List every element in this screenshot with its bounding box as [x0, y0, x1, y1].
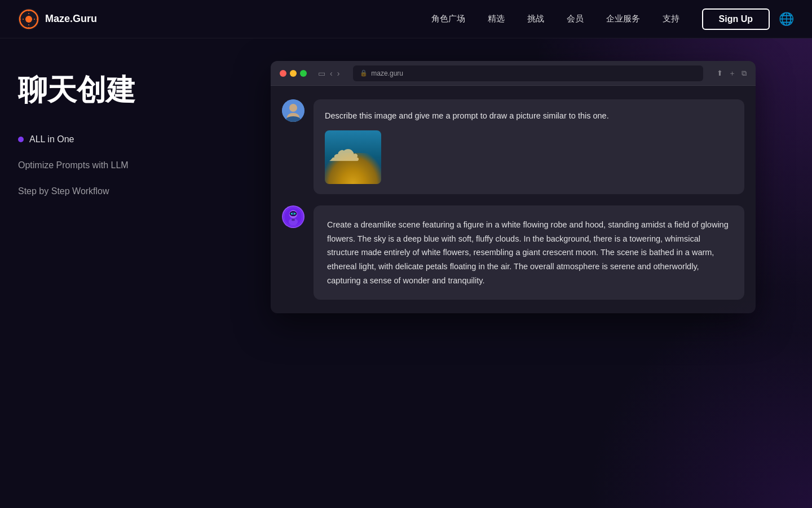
feature-step-by-step: Step by Step Workflow — [18, 186, 253, 196]
browser-area: ▭ ‹ › 🔒 maze.guru ⬆ ＋ ⧉ — [271, 38, 812, 508]
nav-item-enterprise[interactable]: 企业服务 — [606, 14, 640, 24]
chat-message-ai: Create a dreamlike scene featuring a fig… — [282, 205, 744, 300]
browser-actions: ⬆ ＋ ⧉ — [717, 68, 747, 78]
main-nav: 角色广场 精选 挑战 会员 企业服务 支持 — [431, 14, 679, 24]
ai-avatar — [282, 205, 304, 228]
feature-label-optimize: Optimize Prompts with LLM — [18, 160, 129, 170]
chat-message-user: Describe this image and give me a prompt… — [282, 99, 744, 194]
browser-sidebar-icon[interactable]: ▭ — [318, 69, 325, 78]
svg-point-14 — [291, 213, 293, 214]
browser-back-icon[interactable]: ‹ — [330, 69, 333, 78]
nav-item-featured[interactable]: 精选 — [488, 14, 505, 24]
page-title: 聊天创建 — [18, 72, 253, 107]
traffic-lights — [280, 70, 307, 77]
logo-icon — [18, 8, 39, 30]
sidebar: 聊天创建 ALL in One Optimize Prompts with LL… — [0, 38, 271, 508]
browser-forward-icon[interactable]: › — [337, 69, 340, 78]
browser-window: ▭ ‹ › 🔒 maze.guru ⬆ ＋ ⧉ — [271, 61, 756, 313]
user-avatar-img — [282, 99, 304, 122]
user-message-text: Describe this image and give me a prompt… — [325, 110, 733, 122]
main-content: 聊天创建 ALL in One Optimize Prompts with LL… — [0, 38, 812, 508]
svg-point-6 — [289, 104, 297, 112]
logo[interactable]: Maze.Guru — [18, 8, 97, 30]
nav-item-challenge[interactable]: 挑战 — [527, 14, 544, 24]
browser-nav-controls: ▭ ‹ › — [318, 69, 339, 78]
url-text: maze.guru — [371, 69, 403, 77]
feature-dot — [18, 137, 24, 142]
feature-label-all-in-one: ALL in One — [29, 134, 74, 144]
svg-point-15 — [294, 213, 295, 214]
tl-fullscreen[interactable] — [300, 70, 307, 77]
browser-chrome: ▭ ‹ › 🔒 maze.guru ⬆ ＋ ⧉ — [271, 61, 756, 86]
ai-message-bubble: Create a dreamlike scene featuring a fig… — [314, 205, 744, 300]
logo-text: Maze.Guru — [45, 13, 97, 25]
new-tab-icon[interactable]: ＋ — [729, 68, 736, 78]
signup-button[interactable]: Sign Up — [702, 8, 770, 30]
cloud-image — [325, 130, 381, 184]
nav-item-role-plaza[interactable]: 角色广场 — [431, 14, 465, 24]
user-message-bubble: Describe this image and give me a prompt… — [314, 99, 744, 194]
svg-rect-17 — [292, 219, 294, 221]
ai-message-text: Create a dreamlike scene featuring a fig… — [327, 218, 731, 287]
feature-label-step: Step by Step Workflow — [18, 186, 109, 196]
chat-content: Describe this image and give me a prompt… — [271, 86, 756, 313]
header: Maze.Guru 角色广场 精选 挑战 会员 企业服务 支持 Sign Up … — [0, 0, 812, 38]
nav-item-membership[interactable]: 会员 — [567, 14, 584, 24]
globe-icon[interactable]: 🌐 — [779, 12, 794, 27]
feature-all-in-one: ALL in One — [18, 134, 253, 144]
lock-icon: 🔒 — [360, 69, 368, 77]
address-bar[interactable]: 🔒 maze.guru — [353, 65, 703, 81]
tl-close[interactable] — [280, 70, 286, 77]
user-avatar — [282, 99, 304, 122]
ai-avatar-img — [283, 207, 303, 227]
nav-item-support[interactable]: 支持 — [663, 14, 679, 24]
split-view-icon[interactable]: ⧉ — [742, 69, 747, 78]
share-icon[interactable]: ⬆ — [717, 69, 723, 77]
feature-optimize-prompts: Optimize Prompts with LLM — [18, 160, 253, 170]
tl-minimize[interactable] — [290, 70, 297, 77]
feature-list: ALL in One Optimize Prompts with LLM Ste… — [18, 134, 253, 196]
